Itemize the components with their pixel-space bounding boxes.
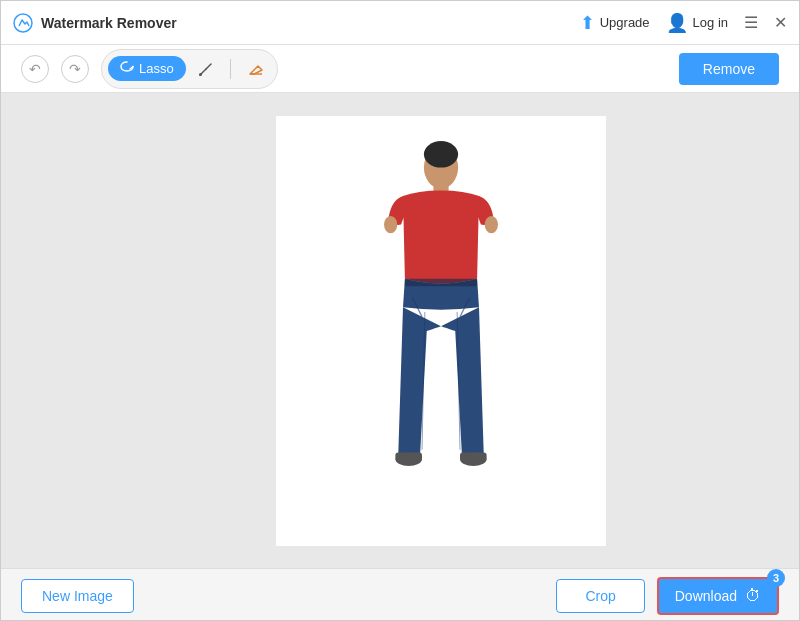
eraser-tool-button[interactable] [239,53,271,85]
download-button[interactable]: Download ⏱ [657,577,779,615]
download-label: Download [675,588,737,604]
menu-button[interactable]: ☰ [744,13,758,32]
svg-rect-14 [405,278,477,286]
lasso-tool-button[interactable]: Lasso [108,56,186,81]
image-container [276,116,606,546]
login-icon: 👤 [666,12,688,34]
tool-group: Lasso [101,49,278,89]
brush-tool-button[interactable] [190,53,222,85]
brush-icon [197,60,215,78]
login-label: Log in [693,15,728,30]
bottom-bar: New Image Crop 3 Download ⏱ [1,568,799,621]
toolbar: ↶ ↷ Lasso [1,45,799,93]
upgrade-icon: ⬆ [580,12,595,34]
redo-icon: ↷ [69,61,81,77]
svg-rect-11 [460,452,487,460]
svg-point-6 [384,216,397,233]
lasso-icon [120,60,134,77]
svg-point-1 [199,73,202,76]
clock-icon: ⏱ [745,587,761,605]
login-button[interactable]: 👤 Log in [666,12,728,34]
svg-point-0 [14,14,32,32]
crop-button[interactable]: Crop [556,579,644,613]
title-bar: Watermark Remover ⬆ Upgrade 👤 Log in ☰ ✕ [1,1,799,45]
download-wrapper: 3 Download ⏱ [657,577,779,615]
tool-divider [230,59,231,79]
svg-rect-9 [395,452,422,460]
eraser-icon [246,60,264,78]
toolbar-left: ↶ ↷ Lasso [21,49,278,89]
upgrade-button[interactable]: ⬆ Upgrade [580,12,650,34]
close-button[interactable]: ✕ [774,13,787,32]
upgrade-label: Upgrade [600,15,650,30]
new-image-button[interactable]: New Image [21,579,134,613]
bottom-right: Crop 3 Download ⏱ [556,577,779,615]
remove-button[interactable]: Remove [679,53,779,85]
svg-point-7 [485,216,498,233]
download-badge: 3 [767,569,785,587]
svg-point-4 [424,141,458,168]
undo-button[interactable]: ↶ [21,55,49,83]
app-icon [13,13,33,33]
person-image [361,141,521,521]
title-right: ⬆ Upgrade 👤 Log in ☰ ✕ [580,12,787,34]
app-title: Watermark Remover [41,15,177,31]
undo-icon: ↶ [29,61,41,77]
title-left: Watermark Remover [13,13,177,33]
canvas-area [1,93,800,568]
lasso-label: Lasso [139,61,174,76]
redo-button[interactable]: ↷ [61,55,89,83]
